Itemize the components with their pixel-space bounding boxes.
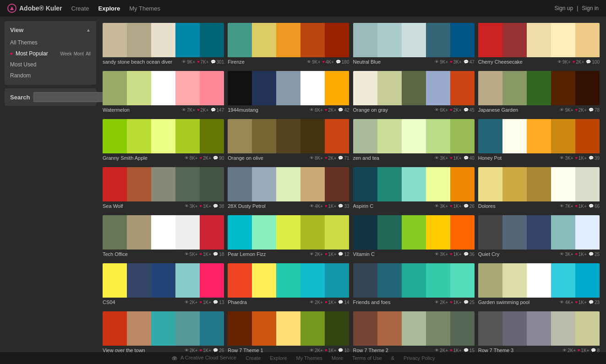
sidebar-item-most-popular[interactable]: ♥ Most Popular Week Mont All [5,48,96,59]
comments-stat: 💬 18 [213,252,224,257]
theme-card[interactable]: Friends and foes👁 2K+♥ 1K+💬 25 [353,263,475,308]
sign-in-link[interactable]: Sign in [582,5,599,11]
theme-card[interactable]: Sea Wolf👁 3K+♥ 1K+💬 38 [103,167,224,212]
footer-terms[interactable]: Terms of Use [352,355,382,361]
theme-card[interactable]: Dolores👁 7K+♥ 1K+💬 66 [478,167,600,212]
theme-card[interactable]: Neutral Blue👁 9K+♥ 3K+💬 47 [353,23,475,67]
comments-stat: 💬 36 [464,252,475,257]
search-input[interactable] [33,92,109,102]
theme-card[interactable]: CS04👁 2K+♥ 1K+💬 13 [103,263,224,308]
theme-card[interactable]: Pear Lemon Fizz👁 2K+♥ 1K+💬 12 [228,215,349,260]
color-swatch [151,167,175,201]
color-swatch [276,23,300,57]
color-swatch [276,119,300,153]
theme-card[interactable]: Tech Office👁 5K+♥ 1K+💬 18 [103,215,224,260]
comments-stat: 💬 33 [338,204,349,209]
theme-meta: Quiet Cry👁 3K+♥ 1K+💬 25 [478,250,600,260]
color-swatch [200,311,224,346]
views-stat: 👁 2K+ [310,300,323,305]
views-stat: 👁 7K+ [560,204,573,209]
theme-card[interactable]: Row 7 Theme 2👁 2K+♥ 1K+💬 15 [353,311,475,356]
footer-more[interactable]: More [332,355,343,361]
color-swatch [502,167,527,201]
color-swatch [175,167,200,201]
theme-card[interactable]: Firenze👁 9K+♥ 4K+💬 180 [228,23,349,67]
theme-meta: Japanese Garden👁 9K+♥ 2K+💬 78 [478,105,600,115]
sidebar-item-all-themes[interactable]: All Themes [5,37,96,48]
color-swatch [377,311,402,346]
sidebar-item-random[interactable]: Random [5,70,96,81]
footer-create[interactable]: Create [246,355,261,361]
nav-my-themes[interactable]: My Themes [129,5,160,12]
month-button[interactable]: Mont [74,51,84,56]
theme-card[interactable]: Honey Pot👁 3K+♥ 1K+💬 39 [478,119,600,163]
theme-card[interactable]: Vitamin C👁 3K+♥ 1K+💬 36 [353,215,475,260]
theme-card[interactable]: Orange on olive👁 8K+♥ 2K+💬 71 [228,119,349,163]
theme-swatches [228,311,349,346]
theme-card[interactable]: Japanese Garden👁 9K+♥ 2K+💬 78 [478,71,600,115]
comments-stat: 💬 147 [211,108,224,113]
theme-card[interactable]: Aspirin C👁 3K+♥ 1K+💬 26 [353,167,475,212]
color-swatch [175,119,200,153]
footer-explore[interactable]: Explore [270,355,287,361]
color-swatch [551,119,575,153]
theme-card[interactable]: Orange on gray👁 6K+♥ 2K+💬 45 [353,71,475,115]
theme-meta: Aspirin C👁 3K+♥ 1K+💬 26 [353,201,475,212]
theme-card[interactable]: 28X Dusty Petrol👁 4K+♥ 1K+💬 33 [228,167,349,212]
color-swatch [252,23,276,57]
eye-icon: 👁 [435,60,439,64]
footer-my-themes[interactable]: My Themes [296,355,322,361]
sidebar-item-most-used[interactable]: Most Used [5,59,96,70]
theme-meta: Cherry Cheesecake👁 9K+♥ 2K+💬 100 [478,57,600,67]
color-swatch [228,311,252,346]
color-swatch [377,71,402,105]
theme-card[interactable]: Phaedra👁 2K+♥ 1K+💬 14 [228,263,349,308]
color-swatch [402,215,426,250]
color-swatch [151,311,175,346]
theme-card[interactable]: zen and tea👁 3K+♥ 1K+💬 40 [353,119,475,163]
color-swatch [502,263,527,298]
likes-stat: ♥ 7K+ [197,60,208,65]
week-button[interactable]: Week [60,51,71,56]
eye-icon: 👁 [182,108,186,112]
theme-name: Dolores [478,203,558,209]
heart-stat-icon: ♥ [200,204,202,208]
theme-card[interactable]: Row 7 Theme 1👁 2K+♥ 1K+💬 10 [228,311,349,356]
color-swatch [151,119,175,153]
heart-stat-icon: ♥ [575,252,577,256]
color-swatch [325,167,349,201]
theme-card[interactable]: Garden swimming pool👁 4K+♥ 1K+💬 23 [478,263,600,308]
color-swatch [450,119,475,153]
collapse-button[interactable]: ▲ [86,27,91,33]
comments-stat: 💬 47 [464,60,475,65]
theme-card[interactable]: Watermelon👁 7K+♥ 2K+💬 147 [103,71,224,115]
color-swatch [252,263,276,298]
theme-card[interactable]: View over the town👁 2K+♥ 1K+💬 26 [103,311,224,356]
theme-card[interactable]: Cherry Cheesecake👁 9K+♥ 2K+💬 100 [478,23,600,67]
color-swatch [426,215,450,250]
comments-stat: 💬 45 [464,108,475,113]
views-stat: 👁 2K+ [310,252,323,257]
likes-stat: ♥ 2K+ [573,60,584,65]
color-swatch [200,215,224,250]
color-swatch [127,119,151,153]
views-stat: 👁 7K+ [182,108,195,113]
all-button[interactable]: All [86,51,91,56]
nav-create[interactable]: Create [71,5,89,12]
comments-stat: 💬 23 [589,300,600,305]
footer-privacy[interactable]: Privacy Policy [404,355,435,361]
theme-card[interactable]: sandy stone beach ocean diver👁 9K+♥ 7K+💬… [103,23,224,67]
color-swatch [450,71,475,105]
color-swatch [175,71,200,105]
sign-up-link[interactable]: Sign up [554,5,573,11]
theme-card[interactable]: 1944mustang👁 6K+♥ 2K+💬 42 [228,71,349,115]
theme-swatches [103,263,224,298]
theme-swatches [353,71,475,105]
theme-card[interactable]: Granny Smith Apple👁 8K+♥ 2K+💬 90 [103,119,224,163]
nav-explore[interactable]: Explore [98,5,120,12]
theme-card[interactable]: Quiet Cry👁 3K+♥ 1K+💬 25 [478,215,600,260]
theme-card[interactable]: Row 7 Theme 3👁 2K+♥ 1K+💬 8 [478,311,600,356]
most-used-label: Most Used [10,61,36,68]
color-swatch [527,71,551,105]
view-label: View [10,27,23,33]
